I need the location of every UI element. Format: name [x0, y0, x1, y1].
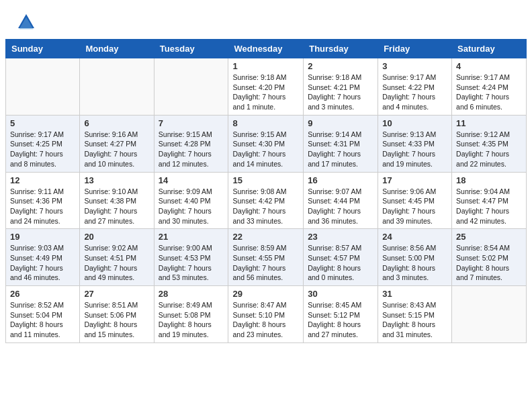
day-number: 16: [308, 175, 373, 185]
day-cell: 1Sunrise: 9:18 AM Sunset: 4:20 PM Daylig…: [228, 58, 304, 116]
day-cell: 16Sunrise: 9:07 AM Sunset: 4:44 PM Dayli…: [304, 172, 378, 229]
day-number: 2: [308, 61, 373, 71]
day-cell: 26Sunrise: 8:52 AM Sunset: 5:04 PM Dayli…: [6, 286, 80, 343]
day-info: Sunrise: 9:09 AM Sunset: 4:40 PM Dayligh…: [159, 187, 212, 225]
day-cell: 7Sunrise: 9:15 AM Sunset: 4:28 PM Daylig…: [154, 115, 228, 172]
day-cell: 20Sunrise: 9:02 AM Sunset: 4:51 PM Dayli…: [80, 229, 154, 286]
day-info: Sunrise: 9:15 AM Sunset: 4:30 PM Dayligh…: [232, 130, 286, 168]
day-cell: 18Sunrise: 9:04 AM Sunset: 4:47 PM Dayli…: [452, 172, 527, 229]
day-cell: 4Sunrise: 9:17 AM Sunset: 4:24 PM Daylig…: [452, 58, 527, 116]
day-number: 24: [382, 232, 447, 242]
day-info: Sunrise: 8:47 AM Sunset: 5:10 PM Dayligh…: [232, 301, 286, 338]
header: [0, 0, 532, 39]
day-info: Sunrise: 8:59 AM Sunset: 4:55 PM Dayligh…: [232, 244, 286, 281]
day-cell: 25Sunrise: 8:54 AM Sunset: 5:02 PM Dayli…: [452, 229, 527, 286]
day-cell: 8Sunrise: 9:15 AM Sunset: 4:30 PM Daylig…: [228, 115, 304, 172]
day-info: Sunrise: 8:56 AM Sunset: 5:00 PM Dayligh…: [382, 244, 436, 281]
day-info: Sunrise: 8:52 AM Sunset: 5:04 PM Dayligh…: [10, 301, 64, 338]
day-number: 9: [308, 118, 373, 128]
day-cell: [452, 286, 527, 343]
day-cell: 28Sunrise: 8:49 AM Sunset: 5:08 PM Dayli…: [154, 286, 228, 343]
day-cell: 31Sunrise: 8:43 AM Sunset: 5:15 PM Dayli…: [378, 286, 452, 343]
day-cell: 19Sunrise: 9:03 AM Sunset: 4:49 PM Dayli…: [6, 229, 80, 286]
day-cell: 10Sunrise: 9:13 AM Sunset: 4:33 PM Dayli…: [378, 115, 452, 172]
day-number: 11: [456, 118, 522, 128]
week-row-4: 26Sunrise: 8:52 AM Sunset: 5:04 PM Dayli…: [6, 286, 527, 343]
day-cell: 30Sunrise: 8:45 AM Sunset: 5:12 PM Dayli…: [304, 286, 378, 343]
day-number: 1: [232, 61, 299, 71]
day-number: 10: [382, 118, 447, 128]
day-cell: 15Sunrise: 9:08 AM Sunset: 4:42 PM Dayli…: [228, 172, 304, 229]
day-number: 12: [10, 175, 75, 185]
weekday-header-monday: Monday: [80, 40, 154, 58]
day-cell: 12Sunrise: 9:11 AM Sunset: 4:36 PM Dayli…: [6, 172, 80, 229]
day-info: Sunrise: 9:07 AM Sunset: 4:44 PM Dayligh…: [308, 187, 361, 225]
day-info: Sunrise: 8:43 AM Sunset: 5:15 PM Dayligh…: [382, 301, 436, 338]
day-number: 19: [10, 232, 75, 242]
day-number: 30: [308, 289, 373, 299]
week-row-0: 1Sunrise: 9:18 AM Sunset: 4:20 PM Daylig…: [6, 58, 527, 116]
day-number: 4: [456, 61, 522, 71]
weekday-header-wednesday: Wednesday: [228, 40, 304, 58]
weekday-header-friday: Friday: [378, 40, 452, 58]
day-number: 22: [232, 232, 299, 242]
day-info: Sunrise: 9:02 AM Sunset: 4:51 PM Dayligh…: [84, 244, 138, 281]
day-number: 25: [456, 232, 522, 242]
day-info: Sunrise: 9:13 AM Sunset: 4:33 PM Dayligh…: [382, 130, 436, 168]
day-info: Sunrise: 9:16 AM Sunset: 4:27 PM Dayligh…: [84, 130, 138, 168]
day-number: 27: [84, 289, 149, 299]
day-info: Sunrise: 9:17 AM Sunset: 4:25 PM Dayligh…: [10, 130, 64, 168]
day-number: 31: [382, 289, 447, 299]
week-row-1: 5Sunrise: 9:17 AM Sunset: 4:25 PM Daylig…: [6, 115, 527, 172]
day-info: Sunrise: 9:08 AM Sunset: 4:42 PM Dayligh…: [232, 187, 286, 225]
calendar-wrapper: SundayMondayTuesdayWednesdayThursdayFrid…: [0, 39, 532, 349]
weekday-header-thursday: Thursday: [304, 40, 378, 58]
day-cell: 29Sunrise: 8:47 AM Sunset: 5:10 PM Dayli…: [228, 286, 304, 343]
day-info: Sunrise: 9:12 AM Sunset: 4:35 PM Dayligh…: [456, 130, 510, 168]
day-info: Sunrise: 9:00 AM Sunset: 4:53 PM Dayligh…: [159, 244, 212, 281]
day-number: 20: [84, 232, 149, 242]
day-info: Sunrise: 9:10 AM Sunset: 4:38 PM Dayligh…: [84, 187, 138, 225]
day-number: 5: [10, 118, 75, 128]
day-cell: 5Sunrise: 9:17 AM Sunset: 4:25 PM Daylig…: [6, 115, 80, 172]
day-info: Sunrise: 9:11 AM Sunset: 4:36 PM Dayligh…: [10, 187, 64, 225]
day-cell: [154, 58, 228, 116]
logo: [16, 12, 39, 32]
day-cell: [6, 58, 80, 116]
day-info: Sunrise: 9:18 AM Sunset: 4:20 PM Dayligh…: [232, 73, 286, 111]
day-info: Sunrise: 8:49 AM Sunset: 5:08 PM Dayligh…: [159, 301, 212, 338]
day-number: 28: [159, 289, 224, 299]
day-number: 29: [232, 289, 299, 299]
day-cell: 13Sunrise: 9:10 AM Sunset: 4:38 PM Dayli…: [80, 172, 154, 229]
day-info: Sunrise: 9:17 AM Sunset: 4:22 PM Dayligh…: [382, 73, 436, 111]
day-info: Sunrise: 8:51 AM Sunset: 5:06 PM Dayligh…: [84, 301, 138, 338]
day-cell: 21Sunrise: 9:00 AM Sunset: 4:53 PM Dayli…: [154, 229, 228, 286]
day-cell: 3Sunrise: 9:17 AM Sunset: 4:22 PM Daylig…: [378, 58, 452, 116]
day-cell: 11Sunrise: 9:12 AM Sunset: 4:35 PM Dayli…: [452, 115, 527, 172]
day-info: Sunrise: 8:54 AM Sunset: 5:02 PM Dayligh…: [456, 244, 510, 281]
day-cell: 6Sunrise: 9:16 AM Sunset: 4:27 PM Daylig…: [80, 115, 154, 172]
day-cell: 2Sunrise: 9:18 AM Sunset: 4:21 PM Daylig…: [304, 58, 378, 116]
day-cell: 9Sunrise: 9:14 AM Sunset: 4:31 PM Daylig…: [304, 115, 378, 172]
day-number: 21: [159, 232, 224, 242]
day-number: 14: [159, 175, 224, 185]
day-number: 15: [232, 175, 299, 185]
day-info: Sunrise: 8:57 AM Sunset: 4:57 PM Dayligh…: [308, 244, 361, 281]
day-info: Sunrise: 9:18 AM Sunset: 4:21 PM Dayligh…: [308, 73, 361, 111]
day-cell: [80, 58, 154, 116]
day-info: Sunrise: 9:17 AM Sunset: 4:24 PM Dayligh…: [456, 73, 510, 111]
day-number: 7: [159, 118, 224, 128]
day-info: Sunrise: 9:14 AM Sunset: 4:31 PM Dayligh…: [308, 130, 361, 168]
weekday-header-sunday: Sunday: [6, 40, 80, 58]
day-cell: 14Sunrise: 9:09 AM Sunset: 4:40 PM Dayli…: [154, 172, 228, 229]
day-info: Sunrise: 9:06 AM Sunset: 4:45 PM Dayligh…: [382, 187, 436, 225]
day-number: 13: [84, 175, 149, 185]
weekday-header-row: SundayMondayTuesdayWednesdayThursdayFrid…: [6, 40, 527, 58]
day-cell: 24Sunrise: 8:56 AM Sunset: 5:00 PM Dayli…: [378, 229, 452, 286]
day-cell: 23Sunrise: 8:57 AM Sunset: 4:57 PM Dayli…: [304, 229, 378, 286]
logo-icon: [16, 12, 36, 32]
week-row-3: 19Sunrise: 9:03 AM Sunset: 4:49 PM Dayli…: [6, 229, 527, 286]
week-row-2: 12Sunrise: 9:11 AM Sunset: 4:36 PM Dayli…: [6, 172, 527, 229]
day-number: 17: [382, 175, 447, 185]
day-cell: 17Sunrise: 9:06 AM Sunset: 4:45 PM Dayli…: [378, 172, 452, 229]
